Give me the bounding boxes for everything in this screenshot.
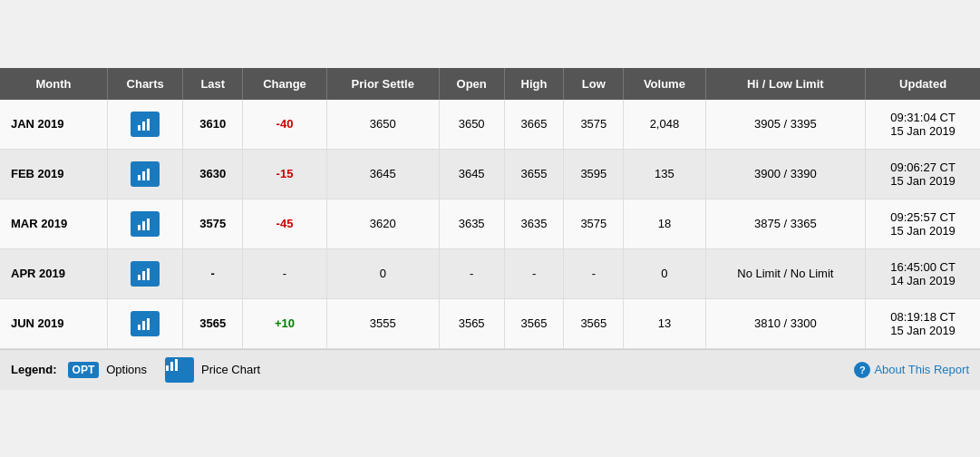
table-row: JUN 2019 3565+103555356535653565133810 /…: [0, 298, 980, 348]
help-icon: ?: [854, 362, 870, 378]
cell-high: -: [504, 248, 564, 298]
cell-last: 3610: [183, 100, 243, 150]
cell-charts[interactable]: [107, 100, 182, 150]
cell-open: -: [439, 248, 504, 298]
table-row: JAN 2019 3610-4036503650366535752,048390…: [0, 100, 980, 150]
cell-open: 3645: [439, 149, 504, 199]
price-chart-icon: [165, 357, 194, 383]
cell-prior-settle: 3555: [326, 298, 439, 348]
svg-rect-2: [147, 119, 150, 131]
svg-rect-1: [142, 122, 145, 131]
header-updated: Updated: [866, 68, 980, 100]
cell-change: -45: [243, 199, 327, 248]
svg-rect-0: [138, 125, 141, 131]
cell-volume: 18: [624, 199, 705, 248]
cell-month: JUN 2019: [0, 298, 107, 348]
svg-rect-3: [138, 175, 141, 180]
svg-rect-11: [147, 268, 150, 280]
header-high: High: [504, 68, 564, 100]
cell-last: 3565: [183, 298, 243, 348]
cell-prior-settle: 3650: [326, 100, 439, 150]
cell-hi-low-limit: 3900 / 3390: [705, 149, 866, 199]
svg-rect-6: [138, 225, 141, 230]
svg-rect-5: [147, 169, 150, 180]
cell-last: 3575: [183, 199, 243, 248]
header-month: Month: [0, 68, 107, 100]
chart-icon[interactable]: [131, 261, 160, 287]
header-last: Last: [183, 68, 243, 100]
cell-high: 3565: [504, 298, 564, 348]
cell-low: 3565: [564, 298, 624, 348]
svg-rect-15: [166, 365, 169, 371]
svg-rect-12: [138, 325, 141, 330]
svg-rect-4: [142, 171, 145, 180]
legend-label: Legend:: [11, 363, 57, 376]
cell-month: MAR 2019: [0, 199, 107, 248]
header-prior-settle: Prior Settle: [326, 68, 439, 100]
cell-low: 3575: [564, 199, 624, 248]
cell-prior-settle: 0: [326, 248, 439, 298]
about-report-text: About This Report: [874, 363, 969, 376]
cell-updated: 08:19:18 CT15 Jan 2019: [866, 298, 980, 348]
opt-badge: OPT: [68, 362, 100, 378]
header-charts: Charts: [107, 68, 182, 100]
table-row: APR 2019 --0---0No Limit / No Limit16:45…: [0, 248, 980, 298]
svg-rect-9: [138, 275, 141, 280]
about-report-link[interactable]: ? About This Report: [854, 362, 969, 378]
svg-rect-17: [175, 359, 178, 371]
chart-icon[interactable]: [131, 311, 160, 336]
cell-open: 3635: [439, 199, 504, 248]
cell-volume: 2,048: [624, 100, 705, 150]
cell-charts[interactable]: [107, 199, 182, 248]
chart-icon[interactable]: [131, 211, 160, 237]
cell-charts[interactable]: [107, 248, 182, 298]
cell-high: 3665: [504, 100, 564, 150]
cell-charts[interactable]: [107, 149, 182, 199]
cell-high: 3635: [504, 199, 564, 248]
header-open: Open: [439, 68, 504, 100]
cell-hi-low-limit: No Limit / No Limit: [705, 248, 866, 298]
header-change: Change: [243, 68, 327, 100]
table-header-row: Month Charts Last Change Prior Settle Op…: [0, 68, 980, 100]
cell-last: 3630: [183, 149, 243, 199]
cell-change: -: [243, 248, 327, 298]
data-table: Month Charts Last Change Prior Settle Op…: [0, 68, 980, 349]
cell-volume: 135: [624, 149, 705, 199]
header-volume: Volume: [624, 68, 705, 100]
cell-open: 3650: [439, 100, 504, 150]
cell-updated: 16:45:00 CT14 Jan 2019: [866, 248, 980, 298]
options-text: Options: [106, 363, 147, 376]
main-container: Month Charts Last Change Prior Settle Op…: [0, 68, 980, 390]
svg-rect-14: [147, 318, 150, 330]
cell-month: APR 2019: [0, 248, 107, 298]
cell-month: FEB 2019: [0, 149, 107, 199]
cell-prior-settle: 3645: [326, 149, 439, 199]
svg-rect-8: [147, 219, 150, 230]
svg-rect-10: [142, 271, 145, 280]
cell-updated: 09:25:57 CT15 Jan 2019: [866, 199, 980, 248]
cell-hi-low-limit: 3810 / 3300: [705, 298, 866, 348]
cell-charts[interactable]: [107, 298, 182, 348]
cell-open: 3565: [439, 298, 504, 348]
cell-low: 3595: [564, 149, 624, 199]
header-hi-low-limit: Hi / Low Limit: [705, 68, 866, 100]
cell-updated: 09:06:27 CT15 Jan 2019: [866, 149, 980, 199]
svg-rect-13: [142, 321, 145, 330]
cell-volume: 0: [624, 248, 705, 298]
price-chart-text: Price Chart: [201, 363, 260, 376]
cell-low: 3575: [564, 100, 624, 150]
cell-change: -40: [243, 100, 327, 150]
header-low: Low: [564, 68, 624, 100]
svg-rect-16: [170, 362, 173, 371]
chart-icon[interactable]: [131, 161, 160, 187]
cell-month: JAN 2019: [0, 100, 107, 150]
legend-footer: Legend: OPT Options Price Chart ? About …: [0, 349, 980, 390]
cell-hi-low-limit: 3905 / 3395: [705, 100, 866, 150]
cell-change: +10: [243, 298, 327, 348]
table-row: FEB 2019 3630-1536453645365535951353900 …: [0, 149, 980, 199]
chart-icon[interactable]: [131, 112, 160, 137]
cell-hi-low-limit: 3875 / 3365: [705, 199, 866, 248]
svg-rect-7: [142, 221, 145, 230]
cell-high: 3655: [504, 149, 564, 199]
cell-low: -: [564, 248, 624, 298]
